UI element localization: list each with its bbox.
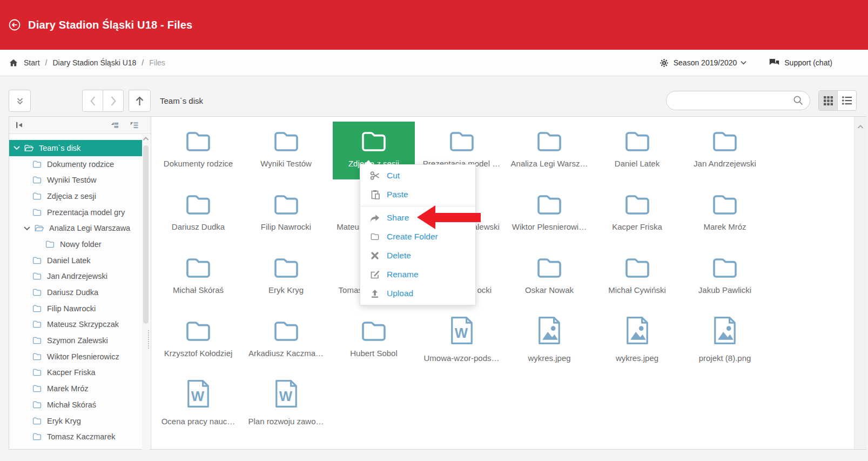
sidebar-item-dokumenty-rodzice[interactable]: Dokumenty rodzice bbox=[9, 156, 145, 172]
folder-tile-wiktor-plesnierowi[interactable]: Wiktor Plesnierowi… bbox=[508, 185, 590, 243]
folder-icon bbox=[272, 319, 301, 344]
arrow-up-icon bbox=[134, 96, 145, 106]
tile-label: Jakub Pawlicki bbox=[660, 285, 790, 295]
svg-text:W: W bbox=[454, 325, 468, 340]
chevron-down-icon[interactable] bbox=[24, 226, 30, 231]
sidebar-item-kacper-friska[interactable]: Kacper Friska bbox=[9, 365, 145, 381]
folder-icon bbox=[710, 129, 739, 154]
sidebar-item-zdjecia-z-sesji[interactable]: Zdjęcia z sesji bbox=[9, 188, 145, 204]
home-icon[interactable] bbox=[9, 58, 18, 68]
support-chat-link[interactable]: Support (chat) bbox=[784, 58, 832, 67]
sidebar-item-daniel-latek[interactable]: Daniel Latek bbox=[9, 252, 145, 269]
expand-all-icon[interactable] bbox=[129, 121, 138, 130]
chevron-down-icon[interactable] bbox=[14, 145, 20, 150]
folder-icon bbox=[184, 192, 213, 217]
folder-tile-analiza-legi-warsz[interactable]: Analiza Legi Warsz… bbox=[508, 122, 590, 179]
grid-view-icon bbox=[824, 96, 833, 105]
sidebar-item-mateusz-skrzypczak[interactable]: Mateusz Skrzypczak bbox=[9, 317, 145, 333]
context-menu-item-upload[interactable]: Upload bbox=[360, 284, 475, 303]
grid-view-button[interactable] bbox=[819, 91, 837, 110]
folder-tile-arkadiusz-kaczma[interactable]: Arkadiusz Kaczma… bbox=[245, 311, 327, 369]
folder-icon bbox=[623, 129, 652, 154]
search-icon[interactable] bbox=[793, 95, 803, 105]
sidebar-item-label: Wyniki Testów bbox=[47, 176, 96, 184]
folder-tile-dariusz-dudka[interactable]: Dariusz Dudka bbox=[157, 185, 239, 243]
folder-tile-oskar-nowak[interactable]: Oskar Nowak bbox=[508, 248, 590, 306]
folder-tile-krzysztof-kolodziej[interactable]: Krzysztof Kołodziej bbox=[157, 311, 239, 369]
folder-tile-michal-cywinski[interactable]: Michał Cywiński bbox=[596, 248, 678, 306]
sidebar-scrollbar-thumb[interactable] bbox=[143, 145, 149, 324]
folder-tile-michal-skoras[interactable]: Michał Skóraś bbox=[157, 248, 239, 306]
folder-icon bbox=[710, 256, 739, 280]
tile-label: Plan rozwoju zawo… bbox=[221, 417, 352, 426]
season-selector[interactable]: Season 2019/2020 bbox=[674, 58, 737, 67]
folder-icon bbox=[623, 192, 652, 217]
folder-tile-filip-nawrocki[interactable]: Filip Nawrocki bbox=[245, 185, 327, 243]
back-icon[interactable] bbox=[8, 18, 21, 31]
collapse-panel-icon[interactable] bbox=[15, 121, 24, 130]
sidebar-item-dariusz-dudka[interactable]: Dariusz Dudka bbox=[9, 284, 145, 300]
context-menu-item-share[interactable]: Share bbox=[360, 208, 475, 227]
folder-open-icon bbox=[34, 224, 44, 232]
sidebar-item-team-s-disk[interactable]: Team`s disk bbox=[9, 140, 145, 156]
upload-icon bbox=[370, 289, 380, 298]
folder-tile-marek-mroz[interactable]: Marek Mróz bbox=[684, 185, 766, 243]
up-folder-button[interactable] bbox=[129, 90, 151, 112]
breadcrumb-item-start[interactable]: Start bbox=[24, 58, 40, 67]
context-menu-item-rename[interactable]: Rename bbox=[360, 265, 475, 284]
file-tile-plan-rozwoju-zawo[interactable]: WPlan rozwoju zawo… bbox=[245, 375, 327, 432]
sidebar-splitter-handle[interactable] bbox=[148, 330, 152, 349]
sidebar-item-tomasz-kaczmarek[interactable]: Tomasz Kaczmarek bbox=[9, 429, 145, 445]
sidebar-item-nowy-folder[interactable]: Nowy folder bbox=[9, 236, 145, 252]
folder-tile-kacper-friska[interactable]: Kacper Friska bbox=[596, 185, 678, 243]
image-file-icon bbox=[625, 315, 650, 346]
sidebar-item-jan-andrzejewski[interactable]: Jan Andrzejewski bbox=[9, 269, 145, 285]
context-menu-item-paste[interactable]: Paste bbox=[360, 185, 475, 204]
sidebar-item-wiktor-plesnierowicz[interactable]: Wiktor Plesnierowicz bbox=[9, 349, 145, 365]
sidebar-item-label: Michał Skóraś bbox=[47, 400, 96, 409]
main-scrollbar[interactable] bbox=[854, 117, 866, 449]
sidebar-item-szymon-zalewski[interactable]: Szymon Zalewski bbox=[9, 332, 145, 349]
sidebar-item-label: Nowy folder bbox=[60, 240, 102, 249]
folder-tile-wyniki-testow[interactable]: Wyniki Testów bbox=[245, 122, 327, 179]
file-tile-projekt-8-png[interactable]: projekt (8).png bbox=[684, 311, 766, 369]
folder-tile-dokumenty-rodzice[interactable]: Dokumenty rodzice bbox=[157, 122, 239, 179]
sidebar-item-label: Szymon Zalewski bbox=[47, 336, 108, 345]
expand-toolbar-button[interactable] bbox=[9, 90, 31, 112]
list-view-button[interactable] bbox=[837, 91, 856, 110]
delete-icon bbox=[370, 251, 380, 260]
folder-tile-eryk-kryg[interactable]: Eryk Kryg bbox=[245, 248, 327, 306]
folder-icon bbox=[32, 160, 42, 169]
folder-tile-jakub-pawlicki[interactable]: Jakub Pawlicki bbox=[684, 248, 766, 306]
context-menu-item-create-folder[interactable]: Create Folder bbox=[360, 227, 475, 246]
folder-icon bbox=[32, 192, 42, 201]
sidebar-item-marek-mroz[interactable]: Marek Mróz bbox=[9, 380, 145, 397]
collapse-all-icon[interactable] bbox=[110, 121, 119, 130]
sidebar-item-eryk-kryg[interactable]: Eryk Kryg bbox=[9, 413, 145, 429]
folder-icon bbox=[32, 384, 42, 393]
folder-tile-daniel-latek[interactable]: Daniel Latek bbox=[596, 122, 678, 179]
image-file-icon bbox=[537, 315, 562, 346]
context-menu-item-label: Rename bbox=[387, 270, 419, 279]
context-menu-item-delete[interactable]: Delete bbox=[360, 246, 475, 265]
cut-icon bbox=[370, 171, 380, 181]
current-path-label: Team`s disk bbox=[160, 96, 203, 105]
sidebar-item-wyniki-testow[interactable]: Wyniki Testów bbox=[9, 172, 145, 188]
breadcrumb-item-diary-stadion-slaski-u18[interactable]: Diary Stadion Śląski U18 bbox=[52, 58, 136, 67]
chevron-right-icon bbox=[110, 96, 117, 106]
double-chevron-down-icon bbox=[15, 96, 25, 106]
sidebar-item-filip-nawrocki[interactable]: Filip Nawrocki bbox=[9, 300, 145, 317]
folder-icon bbox=[32, 368, 42, 377]
sidebar-item-analiza-legi-warszawa[interactable]: Analiza Legi Warszawa bbox=[9, 220, 145, 236]
folder-tile-jan-andrzejewski[interactable]: Jan Andrzejewski bbox=[684, 122, 766, 179]
sidebar-item-prezentacja-model-gry[interactable]: Prezentacja model gry bbox=[9, 204, 145, 221]
folder-icon bbox=[359, 129, 388, 154]
nav-forward-button[interactable] bbox=[103, 90, 124, 112]
nav-back-button[interactable] bbox=[82, 90, 103, 112]
sidebar-item-michal-skoras[interactable]: Michał Skóraś bbox=[9, 397, 145, 413]
context-menu-item-cut[interactable]: Cut bbox=[360, 166, 475, 185]
word-file-icon: W bbox=[449, 315, 474, 346]
search-input[interactable] bbox=[666, 91, 810, 110]
folder-open-icon bbox=[24, 144, 34, 152]
sidebar-item-label: Kacper Friska bbox=[47, 368, 95, 377]
